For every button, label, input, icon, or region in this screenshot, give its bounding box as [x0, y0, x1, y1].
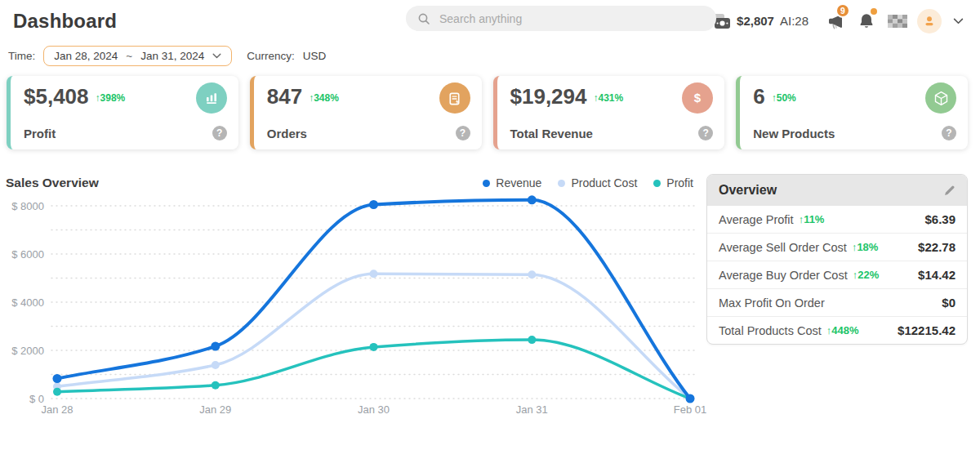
legend-item-product-cost[interactable]: Product Cost	[558, 176, 637, 189]
row-label: Average Buy Order Cost	[719, 269, 848, 282]
stat-card-orders: 847 ↑348% Orders ?	[250, 76, 482, 149]
stat-change: ↑431%	[593, 92, 623, 104]
svg-text:$ 4000: $ 4000	[11, 296, 44, 309]
help-icon[interactable]: ?	[698, 126, 713, 140]
stat-value: 6	[753, 85, 764, 109]
chevron-down-icon	[953, 18, 964, 25]
search-icon	[417, 12, 430, 25]
svg-text:$ 2000: $ 2000	[11, 345, 44, 357]
stat-label: New Products	[753, 127, 835, 140]
stat-value: $5,408	[24, 85, 89, 109]
dollar-icon: $	[682, 82, 713, 114]
stat-change: ↑348%	[309, 92, 339, 104]
time-label: Time:	[8, 50, 35, 62]
legend-label: Product Cost	[571, 176, 637, 189]
stat-cards-row: $5,408 ↑398% Profit ? 847 ↑348% Orders ?…	[7, 76, 968, 149]
chevron-down-icon	[212, 53, 221, 59]
stat-card-profit: $5,408 ↑398% Profit ?	[7, 76, 238, 149]
legend-dot	[653, 180, 661, 187]
svg-text:$ 8000: $ 8000	[11, 200, 44, 212]
page-title: Dashboard	[13, 10, 117, 33]
legend-label: Profit	[666, 176, 693, 189]
app-header: Dashboard $2,807 AI:28 9	[0, 0, 980, 38]
stat-label: Orders	[267, 127, 307, 140]
edit-button[interactable]	[943, 185, 956, 197]
announcements-button[interactable]: 9	[824, 10, 846, 32]
row-change: ↑448%	[826, 324, 859, 336]
row-label: Total Products Cost	[719, 324, 822, 337]
svg-text:Jan 31: Jan 31	[516, 403, 548, 416]
currency-label: Currency:	[247, 50, 295, 62]
filter-bar: Time: Jan 28, 2024 ~ Jan 31, 2024 Curren…	[0, 38, 980, 66]
stat-card-new-products: 6 ↑50% New Products ?	[736, 76, 968, 149]
balance-amount: $2,807	[737, 14, 774, 28]
row-label: Average Profit	[719, 213, 794, 226]
user-avatar[interactable]	[917, 9, 942, 33]
stat-change: ↑398%	[96, 92, 126, 104]
overview-panel-title: Overview	[719, 183, 777, 198]
stat-change: ↑50%	[772, 92, 796, 104]
legend-label: Revenue	[496, 176, 541, 189]
date-separator: ~	[126, 50, 132, 62]
row-label: Max Profit On Order	[719, 296, 825, 310]
package-icon	[925, 82, 956, 114]
header-actions: $2,807 AI:28 9	[710, 9, 965, 33]
stat-value: $19,294	[510, 85, 587, 109]
notifications-button[interactable]	[855, 10, 877, 32]
row-label: Average Sell Order Cost	[719, 241, 847, 254]
overview-row-average-sell-order-cost: Average Sell Order Cost ↑18% $22.78	[707, 234, 967, 261]
legend-item-revenue[interactable]: Revenue	[483, 176, 541, 189]
row-change: ↑11%	[799, 213, 825, 225]
svg-text:$ 6000: $ 6000	[11, 248, 44, 261]
currency-value: USD	[303, 50, 327, 62]
svg-text:Jan 28: Jan 28	[41, 403, 73, 416]
blurred-flag-icon	[888, 15, 907, 28]
svg-text:$: $	[694, 91, 702, 105]
search-bar[interactable]	[406, 6, 716, 31]
date-range-picker[interactable]: Jan 28, 2024 ~ Jan 31, 2024	[43, 46, 232, 66]
stat-label: Profit	[24, 127, 56, 140]
svg-text:Jan 30: Jan 30	[358, 403, 390, 416]
overview-row-total-products-cost: Total Products Cost ↑448% $12215.42	[707, 317, 967, 344]
svg-text:Jan 29: Jan 29	[199, 403, 231, 416]
sales-chart[interactable]: $ 0$ 2000$ 4000$ 6000$ 8000Jan 28Jan 29J…	[5, 195, 707, 425]
main-content: Sales Overview Revenue Product Cost Prof…	[0, 174, 980, 425]
row-change: ↑22%	[853, 269, 880, 281]
row-change: ↑18%	[852, 241, 879, 253]
language-flag-button[interactable]	[886, 10, 908, 32]
ai-credits: AI:28	[780, 14, 808, 28]
row-value: $6.39	[924, 212, 956, 226]
bar-chart-icon	[196, 82, 227, 114]
help-icon[interactable]: ?	[456, 126, 470, 140]
orders-clipboard-icon	[439, 82, 470, 114]
row-value: $22.78	[918, 240, 956, 254]
help-icon[interactable]: ?	[212, 126, 227, 140]
sales-chart-section: Sales Overview Revenue Product Cost Prof…	[0, 174, 706, 425]
stat-label: Total Revenue	[510, 127, 593, 140]
overview-row-average-buy-order-cost: Average Buy Order Cost ↑22% $14.42	[707, 261, 967, 289]
legend-item-profit[interactable]: Profit	[653, 176, 693, 189]
overview-panel: Overview Average Profit ↑11% $6.39 Avera…	[706, 174, 968, 345]
sales-overview-title: Sales Overview	[5, 176, 99, 190]
announcements-badge: 9	[835, 3, 850, 18]
legend-dot	[483, 180, 490, 187]
account-menu-button[interactable]	[951, 10, 965, 32]
search-input[interactable]	[438, 11, 705, 26]
date-start: Jan 28, 2024	[54, 50, 118, 62]
date-end: Jan 31, 2024	[140, 50, 204, 62]
row-value: $0	[942, 296, 956, 310]
person-icon	[922, 14, 937, 29]
stat-value: 847	[267, 85, 302, 109]
row-value: $14.42	[918, 268, 956, 282]
svg-text:Feb 01: Feb 01	[674, 403, 706, 416]
row-value: $12215.42	[898, 323, 956, 337]
legend-dot	[558, 180, 565, 187]
chart-legend: Revenue Product Cost Profit	[483, 176, 693, 189]
overview-row-max-profit-on-order: Max Profit On Order $0	[707, 289, 967, 317]
help-icon[interactable]: ?	[942, 126, 956, 140]
notification-dot	[871, 8, 877, 15]
stat-card-total-revenue: $19,294 ↑431% $ Total Revenue ?	[493, 76, 725, 149]
balance-display[interactable]: $2,807 AI:28	[710, 13, 808, 29]
overview-row-average-profit: Average Profit ↑11% $6.39	[707, 206, 967, 234]
